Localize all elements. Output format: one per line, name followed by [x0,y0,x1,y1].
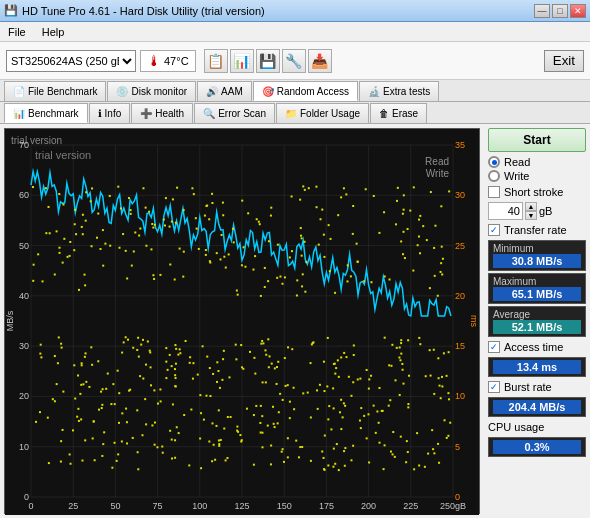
titlebar: 💾 HD Tune Pro 4.61 - Hard Disk Utility (… [0,0,590,22]
erase-icon: 🗑 [379,108,389,119]
disk-monitor-icon: 💿 [116,86,128,97]
temperature-display: 🌡 47°C [140,50,196,72]
menubar: File Help [0,22,590,42]
chart-canvas [5,129,479,515]
menu-file[interactable]: File [4,24,30,40]
short-stroke-checkbox[interactable] [488,186,500,198]
stats-section: Minimum 30.8 MB/s Maximum 65.1 MB/s Aver… [488,240,586,337]
stroke-up-button[interactable]: ▲ [525,202,537,211]
stroke-spinner-row: ▲ ▼ gB [488,202,586,220]
access-time-label: Access time [504,341,563,353]
short-stroke-row: Short stroke [488,186,586,198]
start-button[interactable]: Start [488,128,586,152]
burst-rate-row: ✓ Burst rate [488,381,586,393]
folder-usage-icon: 📁 [285,108,297,119]
health-icon: ➕ [140,108,152,119]
benchmark-icon: 📊 [13,108,25,119]
top-tab-bar: 📄 File Benchmark 💿 Disk monitor 🔊 AAM 🎯 … [0,80,590,102]
access-time-value: 13.4 ms [493,360,581,374]
maximum-label: Maximum [493,276,581,287]
transfer-rate-row: ✓ Transfer rate [488,224,586,236]
toolbar-icon-4[interactable]: 🔧 [282,49,306,73]
access-time-row: ✓ Access time [488,341,586,353]
title-text: HD Tune Pro 4.61 - Hard Disk Utility (tr… [22,5,265,17]
thermometer-icon: 🌡 [147,53,161,69]
toolbar: ST3250624AS (250 gB) 🌡 47°C 📋 📊 💾 🔧 📥 Ex… [0,42,590,80]
maximum-value: 65.1 MB/s [493,287,581,301]
average-label: Average [493,309,581,320]
access-time-stat: 13.4 ms [488,357,586,377]
stroke-unit: gB [539,205,552,217]
tab-file-benchmark[interactable]: 📄 File Benchmark [4,81,106,101]
tab-health[interactable]: ➕ Health [131,103,193,123]
tab-extra-tests[interactable]: 🔬 Extra tests [359,81,439,101]
cpu-stat: 0.3% [488,437,586,457]
tab-benchmark[interactable]: 📊 Benchmark [4,103,88,123]
bottom-tab-bar: 📊 Benchmark ℹ Info ➕ Health 🔍 Error Scan… [0,102,590,124]
tab-random-access[interactable]: 🎯 Random Access [253,81,358,101]
toolbar-icons: 📋 📊 💾 🔧 📥 [204,49,332,73]
cpu-value: 0.3% [493,440,581,454]
tab-aam[interactable]: 🔊 AAM [197,81,252,101]
tab-disk-monitor[interactable]: 💿 Disk monitor [107,81,196,101]
radio-read-label: Read [504,156,530,168]
extra-tests-icon: 🔬 [368,86,380,97]
toolbar-icon-2[interactable]: 📊 [230,49,254,73]
toolbar-icon-1[interactable]: 📋 [204,49,228,73]
toolbar-icon-3[interactable]: 💾 [256,49,280,73]
radio-write[interactable] [488,170,500,182]
maximize-button[interactable]: □ [552,4,568,18]
info-icon: ℹ [98,108,102,119]
tab-info[interactable]: ℹ Info [89,103,131,123]
tab-folder-usage[interactable]: 📁 Folder Usage [276,103,369,123]
average-stat: Average 52.1 MB/s [488,306,586,337]
minimum-stat: Minimum 30.8 MB/s [488,240,586,271]
drive-select[interactable]: ST3250624AS (250 gB) [6,50,136,72]
radio-write-row[interactable]: Write [488,170,586,182]
radio-group: Read Write [488,156,586,182]
file-benchmark-icon: 📄 [13,86,25,97]
tab-error-scan[interactable]: 🔍 Error Scan [194,103,275,123]
minimum-label: Minimum [493,243,581,254]
burst-rate-checkbox[interactable]: ✓ [488,381,500,393]
window-controls: — □ ✕ [534,4,586,18]
stroke-down-button[interactable]: ▼ [525,211,537,220]
tab-erase[interactable]: 🗑 Erase [370,103,427,123]
minimum-value: 30.8 MB/s [493,254,581,268]
radio-read-row[interactable]: Read [488,156,586,168]
access-time-checkbox[interactable]: ✓ [488,341,500,353]
maximum-stat: Maximum 65.1 MB/s [488,273,586,304]
menu-help[interactable]: Help [38,24,69,40]
burst-rate-value: 204.4 MB/s [493,400,581,414]
minimize-button[interactable]: — [534,4,550,18]
exit-button[interactable]: Exit [544,50,584,72]
burst-rate-stat: 204.4 MB/s [488,397,586,417]
cpu-row: CPU usage [488,421,586,433]
stroke-input[interactable] [488,202,523,220]
close-button[interactable]: ✕ [570,4,586,18]
error-scan-icon: 🔍 [203,108,215,119]
toolbar-icon-5[interactable]: 📥 [308,49,332,73]
app-icon: 💾 [4,4,18,17]
transfer-rate-checkbox[interactable]: ✓ [488,224,500,236]
temperature-value: 47°C [164,55,189,67]
average-value: 52.1 MB/s [493,320,581,334]
transfer-rate-label: Transfer rate [504,224,567,236]
aam-icon: 🔊 [206,86,218,97]
short-stroke-label: Short stroke [504,186,563,198]
right-panel: Start Read Write Short stroke ▲ ▼ gB [484,124,590,518]
main-content: trial version Start Read Write Short str… [0,124,590,518]
cpu-label: CPU usage [488,421,544,433]
burst-rate-label: Burst rate [504,381,552,393]
radio-write-label: Write [504,170,529,182]
random-access-icon: 🎯 [262,86,274,97]
radio-read[interactable] [488,156,500,168]
chart-area: trial version [4,128,480,514]
stroke-spinner-buttons: ▲ ▼ [525,202,537,220]
